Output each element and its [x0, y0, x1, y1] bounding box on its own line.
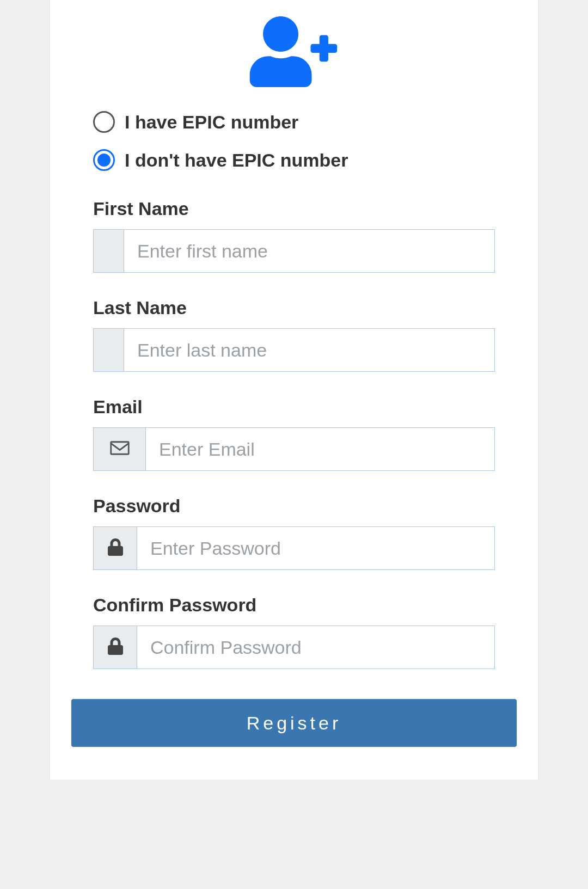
- lock-icon: [107, 538, 124, 558]
- lock-icon: [107, 637, 124, 657]
- radio-no-epic[interactable]: I don't have EPIC number: [93, 149, 495, 171]
- envelope-icon: [109, 437, 131, 461]
- radio-label: I have EPIC number: [125, 112, 298, 133]
- email-group: Email: [93, 396, 495, 471]
- radio-circle-icon: [93, 149, 115, 171]
- confirm-password-input[interactable]: [137, 626, 495, 669]
- confirm-password-group: Confirm Password: [93, 594, 495, 669]
- first-name-input-group: [93, 229, 495, 273]
- email-input[interactable]: [145, 427, 495, 471]
- input-addon-blank: [93, 229, 124, 273]
- svg-rect-0: [111, 442, 128, 455]
- last-name-label: Last Name: [93, 297, 495, 318]
- confirm-password-label: Confirm Password: [93, 594, 495, 616]
- input-addon-confirm-password: [93, 626, 137, 669]
- register-button-wrapper: Register: [71, 694, 517, 747]
- register-button[interactable]: Register: [71, 699, 517, 747]
- input-addon-blank: [93, 328, 124, 372]
- email-input-group: [93, 427, 495, 471]
- first-name-group: First Name: [93, 198, 495, 273]
- user-plus-icon: [248, 16, 340, 89]
- password-input[interactable]: [137, 526, 495, 570]
- input-addon-email: [93, 427, 145, 471]
- password-label: Password: [93, 495, 495, 517]
- radio-circle-icon: [93, 111, 115, 133]
- radio-have-epic[interactable]: I have EPIC number: [93, 111, 495, 133]
- email-label: Email: [93, 396, 495, 418]
- last-name-input[interactable]: [124, 328, 495, 372]
- last-name-group: Last Name: [93, 297, 495, 372]
- epic-radio-group: I have EPIC number I don't have EPIC num…: [93, 111, 495, 171]
- input-addon-password: [93, 526, 137, 570]
- password-group: Password: [93, 495, 495, 570]
- confirm-password-input-group: [93, 626, 495, 669]
- last-name-input-group: [93, 328, 495, 372]
- first-name-input[interactable]: [124, 229, 495, 273]
- password-input-group: [93, 526, 495, 570]
- registration-card: I have EPIC number I don't have EPIC num…: [49, 0, 539, 780]
- first-name-label: First Name: [93, 198, 495, 219]
- header-icon-wrapper: [93, 16, 495, 89]
- radio-label: I don't have EPIC number: [125, 150, 348, 171]
